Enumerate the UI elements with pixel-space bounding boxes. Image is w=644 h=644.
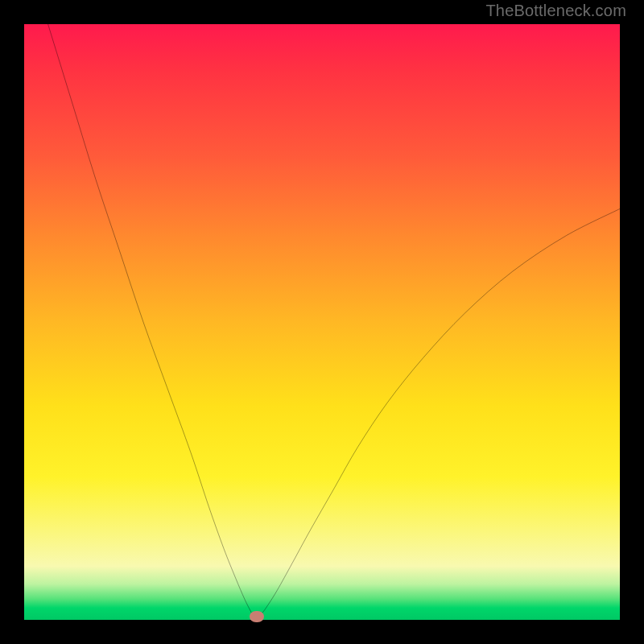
optimum-marker — [250, 611, 264, 622]
attribution-label: TheBottleneck.com — [485, 2, 626, 20]
bottleneck-curve — [24, 24, 620, 620]
curve-path — [48, 24, 620, 617]
plot-area — [24, 24, 620, 620]
chart-frame: TheBottleneck.com — [0, 0, 644, 644]
